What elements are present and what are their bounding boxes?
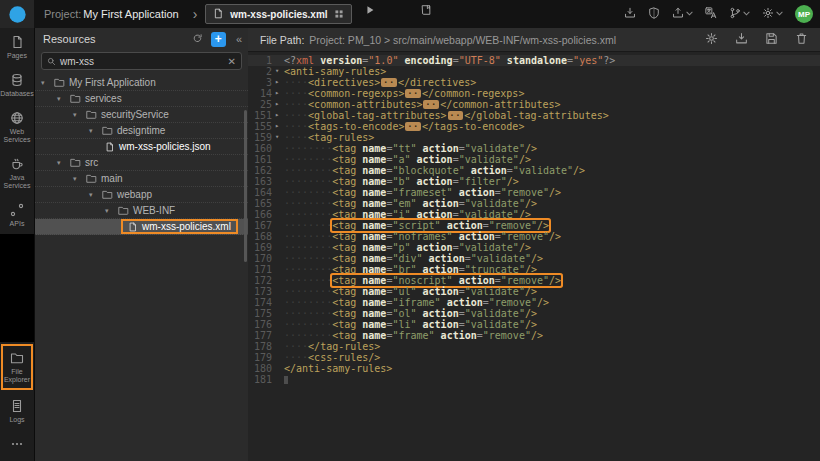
code-line-163[interactable]: 163········<tag name="b" action="filter"… bbox=[248, 176, 820, 187]
fold-toggle-icon[interactable]: ▸ bbox=[272, 77, 282, 88]
line-number: 1 bbox=[248, 55, 272, 66]
rail-item-pages[interactable]: Pages bbox=[0, 28, 34, 66]
code-line-160[interactable]: 160········<tag name="tt" action="valida… bbox=[248, 143, 820, 154]
code-line-162[interactable]: 162········<tag name="blockquote" action… bbox=[248, 165, 820, 176]
clear-search-icon[interactable]: ✕ bbox=[228, 56, 236, 67]
caret-down-icon[interactable]: ▾ bbox=[57, 159, 66, 167]
rail-item-web-services[interactable]: WebServices bbox=[0, 104, 34, 150]
delete-button[interactable] bbox=[795, 31, 808, 49]
security-button[interactable] bbox=[648, 7, 660, 22]
line-number: 165 bbox=[248, 198, 272, 209]
fold-toggle-icon[interactable]: ▸ bbox=[272, 99, 282, 110]
code-line-171[interactable]: 171········<tag name="br" action="trunca… bbox=[248, 264, 820, 275]
open-file-tab[interactable]: wm-xss-policies.xml bbox=[205, 4, 351, 24]
code-line-175[interactable]: 175········<tag name="ol" action="valida… bbox=[248, 308, 820, 319]
caret-down-icon[interactable]: ▾ bbox=[105, 207, 114, 215]
code-line-172[interactable]: 172········<tag name="noscript" action="… bbox=[248, 275, 820, 286]
tree-scrollbar[interactable] bbox=[244, 110, 247, 262]
folder-icon bbox=[70, 157, 81, 168]
tree-folder-main[interactable]: ▾main bbox=[35, 171, 248, 187]
code-line-177[interactable]: 177········<tag name="frame" action="rem… bbox=[248, 330, 820, 341]
caret-down-icon[interactable]: ▾ bbox=[89, 191, 98, 199]
grid-icon[interactable] bbox=[334, 5, 344, 23]
code-line-181[interactable]: 181 bbox=[248, 374, 820, 385]
fold-toggle-icon[interactable]: ▾ bbox=[272, 132, 282, 143]
save-button[interactable] bbox=[765, 31, 778, 49]
code-line-174[interactable]: 174········<tag name="iframe" action="re… bbox=[248, 297, 820, 308]
caret-down-icon[interactable]: ▾ bbox=[73, 175, 82, 183]
code-line-159[interactable]: 159▾····<tag-rules> bbox=[248, 132, 820, 143]
caret-down-icon[interactable]: ▾ bbox=[57, 95, 66, 103]
code-line-25[interactable]: 25▸····<common-attributes>··</common-att… bbox=[248, 99, 820, 110]
fold-toggle-icon[interactable]: ▸ bbox=[272, 121, 282, 132]
code-line-14[interactable]: 14▸····<common-regexps>··</common-regexp… bbox=[248, 88, 820, 99]
fold-toggle-icon bbox=[272, 154, 282, 165]
settings-button[interactable] bbox=[762, 7, 783, 22]
artifacts-button[interactable] bbox=[624, 7, 636, 22]
folded-code-marker[interactable]: ·· bbox=[405, 122, 421, 131]
tree-folder-designtime[interactable]: ▾designtime bbox=[35, 123, 248, 139]
tree-file-wm-xss-policies.xml[interactable]: wm-xss-policies.xml bbox=[35, 219, 248, 235]
code-line-178[interactable]: 178····</tag-rules> bbox=[248, 341, 820, 352]
code-line-1[interactable]: 1<?xml version="1.0" encoding="UTF-8" st… bbox=[248, 55, 820, 66]
fold-toggle-icon bbox=[272, 341, 282, 352]
app-logo[interactable] bbox=[0, 0, 34, 28]
rail-item-java-services[interactable]: JavaServices bbox=[0, 150, 34, 196]
code-line-173[interactable]: 173········<tag name="ul" action="valida… bbox=[248, 286, 820, 297]
code-editor[interactable]: 1<?xml version="1.0" encoding="UTF-8" st… bbox=[248, 52, 820, 385]
folded-code-marker[interactable]: ·· bbox=[448, 111, 464, 120]
resource-search[interactable]: wm-xss ✕ bbox=[41, 52, 242, 70]
tree-folder-web-inf[interactable]: ▾WEB-INF bbox=[35, 203, 248, 219]
code-line-168[interactable]: 168········<tag name="noframes" action="… bbox=[248, 231, 820, 242]
tutorials-button[interactable] bbox=[420, 3, 432, 18]
i18n-button[interactable] bbox=[705, 7, 717, 22]
caret-down-icon[interactable]: ▾ bbox=[41, 79, 50, 87]
caret-down-icon[interactable]: ▾ bbox=[89, 127, 98, 135]
code-line-155[interactable]: 155▸····<tags-to-encode>··</tags-to-enco… bbox=[248, 121, 820, 132]
tree-file-wm-xss-policies.json[interactable]: wm-xss-policies.json bbox=[35, 139, 248, 155]
export-button[interactable] bbox=[672, 7, 693, 22]
code-line-151[interactable]: 151▸····<global-tag-attributes>··</globa… bbox=[248, 110, 820, 121]
rail-item-file-explorer[interactable]: FileExplorer bbox=[1, 344, 33, 390]
tree-folder-src[interactable]: ▾src bbox=[35, 155, 248, 171]
refresh-button[interactable] bbox=[192, 30, 203, 48]
code-line-166[interactable]: 166········<tag name="i" action="validat… bbox=[248, 209, 820, 220]
code-line-2[interactable]: 2▾<anti-samy-rules> bbox=[248, 66, 820, 77]
avatar[interactable]: MP bbox=[795, 5, 813, 23]
rail-item-databases[interactable]: Databases bbox=[0, 66, 34, 104]
folded-code-marker[interactable]: ·· bbox=[423, 100, 439, 109]
code-line-169[interactable]: 169········<tag name="p" action="validat… bbox=[248, 242, 820, 253]
fold-toggle-icon[interactable]: ▸ bbox=[272, 110, 282, 121]
rail-item-apis[interactable]: APIs bbox=[0, 196, 34, 234]
vcs-button[interactable] bbox=[729, 7, 750, 22]
collapse-panel-icon[interactable]: « bbox=[234, 33, 244, 45]
code-line-3[interactable]: 3▸····<directives>··</directives> bbox=[248, 77, 820, 88]
rail-item-more-options[interactable] bbox=[0, 430, 34, 457]
add-resource-button[interactable]: + bbox=[211, 32, 226, 47]
caret-down-icon[interactable]: ▾ bbox=[73, 111, 82, 119]
code-line-170[interactable]: 170········<tag name="div" action="valid… bbox=[248, 253, 820, 264]
code-line-179[interactable]: 179····<css-rules/> bbox=[248, 352, 820, 363]
tree-folder-services[interactable]: ▾services bbox=[35, 91, 248, 107]
shield-icon bbox=[648, 7, 660, 19]
code-line-164[interactable]: 164········<tag name="frameset" action="… bbox=[248, 187, 820, 198]
code-line-176[interactable]: 176········<tag name="li" action="valida… bbox=[248, 319, 820, 330]
code-line-165[interactable]: 165········<tag name="em" action="valida… bbox=[248, 198, 820, 209]
fold-toggle-icon[interactable]: ▸ bbox=[272, 88, 282, 99]
download-button[interactable] bbox=[735, 31, 748, 49]
fold-toggle-icon[interactable]: ▾ bbox=[272, 66, 282, 77]
fold-toggle-icon bbox=[272, 308, 282, 319]
folded-code-marker[interactable]: ·· bbox=[381, 78, 397, 87]
preview-button[interactable] bbox=[364, 3, 376, 18]
search-input[interactable]: wm-xss bbox=[60, 56, 224, 67]
tree-folder-my first application[interactable]: ▾My First Application bbox=[35, 75, 248, 91]
folded-code-marker[interactable]: ·· bbox=[405, 89, 421, 98]
code-line-161[interactable]: 161········<tag name="a" action="validat… bbox=[248, 154, 820, 165]
tree-folder-webapp[interactable]: ▾webapp bbox=[35, 187, 248, 203]
tree-item-label: wm-xss-policies.json bbox=[119, 141, 211, 152]
tree-folder-securityservice[interactable]: ▾securityService bbox=[35, 107, 248, 123]
code-line-167[interactable]: 167········<tag name="script" action="re… bbox=[248, 220, 820, 231]
rail-item-logs[interactable]: Logs bbox=[0, 392, 34, 430]
settings-button[interactable] bbox=[705, 31, 718, 49]
code-line-180[interactable]: 180</anti-samy-rules> bbox=[248, 363, 820, 374]
